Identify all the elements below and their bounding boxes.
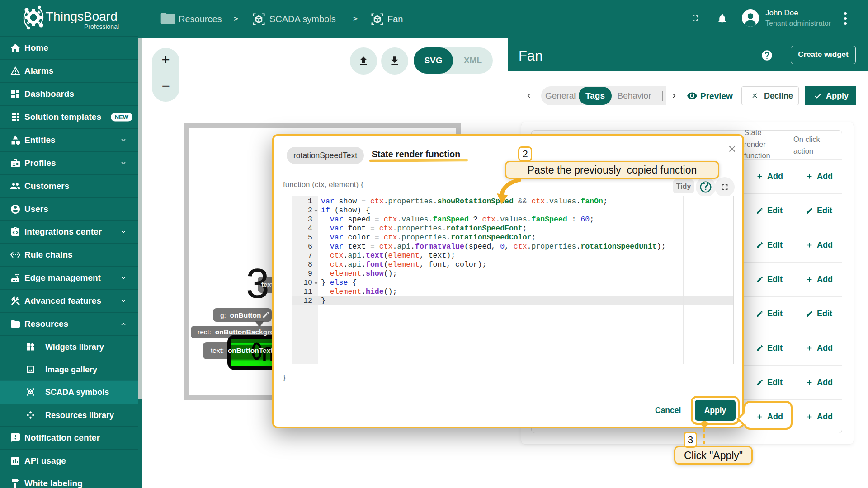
svg-text:?: ? (31, 14, 35, 21)
